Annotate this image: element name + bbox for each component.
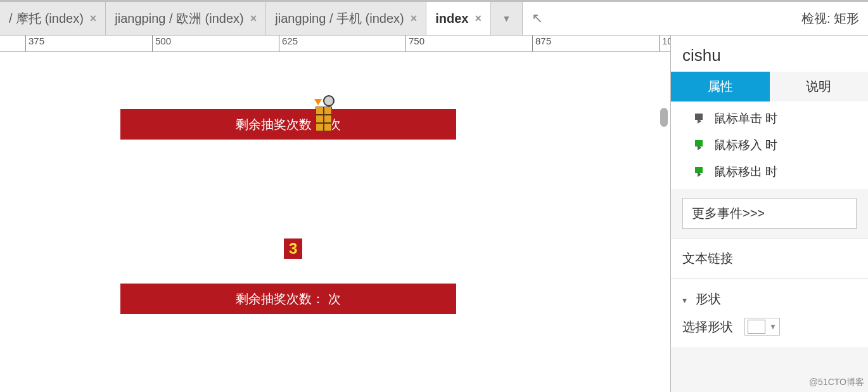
chevron-down-icon: ▼ (769, 322, 777, 331)
tab-label: jiangping / 欧洲 (index) (115, 10, 243, 27)
section-label: 文本链接 (682, 251, 733, 265)
inspect-label: 检视: 矩形 (801, 10, 859, 27)
close-icon[interactable]: × (250, 12, 257, 25)
ruler-tick: 500 (152, 36, 171, 51)
canvas-area[interactable]: 375 500 625 750 875 10 剩余抽奖次数： 次 3 (0, 36, 670, 392)
ruler-tick: 10 (659, 36, 670, 51)
close-icon[interactable]: × (411, 12, 418, 25)
panel-tabs: 属性 说明 (671, 72, 868, 101)
horizontal-ruler: 375 500 625 750 875 10 (0, 36, 670, 52)
tab-properties[interactable]: 属性 (671, 72, 770, 101)
event-mouseenter[interactable]: 鼠标移入 时 (671, 132, 868, 159)
tab-dropdown-button[interactable]: ▼ (491, 2, 523, 35)
cursor-icon (695, 114, 708, 124)
more-events-button[interactable]: 更多事件>>> (682, 198, 857, 229)
event-label: 鼠标移入 时 (714, 137, 777, 154)
event-mouseleave[interactable]: 鼠标移出 时 (671, 159, 868, 185)
ruler-tick: 625 (279, 36, 298, 51)
scrollbar-thumb[interactable] (660, 108, 668, 127)
tabs-bar: / 摩托 (index) × jiangping / 欧洲 (index) × … (0, 2, 868, 36)
shape-dropdown[interactable]: ▼ (744, 318, 780, 336)
right-toolbar: ↖ 检视: 矩形 (523, 2, 868, 35)
shape-section[interactable]: ▾ 形状 选择形状 ▼ (671, 278, 868, 347)
cursor-in-icon (695, 140, 708, 150)
event-click[interactable]: 鼠标单击 时 (671, 105, 868, 132)
shape-selector-row: 选择形状 ▼ (682, 318, 857, 336)
events-list: 鼠标单击 时 鼠标移入 时 鼠标移出 时 (671, 101, 868, 189)
ruler-tick: 375 (25, 36, 44, 51)
tab-moto[interactable]: / 摩托 (index) × (0, 2, 106, 35)
event-label: 鼠标移出 时 (714, 164, 777, 180)
tab-label: / 摩托 (index) (9, 10, 84, 27)
canvas[interactable]: 剩余抽奖次数： 次 3 剩余抽奖次数： 次 (0, 52, 670, 392)
tab-index[interactable]: index × (426, 2, 491, 35)
lottery-count-bar-1[interactable]: 剩余抽奖次数： 次 (120, 109, 456, 140)
shape-swatch-icon (748, 320, 765, 334)
chevron-down-icon: ▼ (502, 13, 511, 23)
text-link-section[interactable]: 文本链接 (671, 238, 868, 278)
close-icon[interactable]: × (475, 12, 482, 25)
watermark: @51CTO博客 (809, 377, 864, 388)
inspector-panel: cishu 属性 说明 鼠标单击 时 鼠标移入 时 鼠标移出 时 更多事件>>>… (670, 36, 868, 392)
stack-icon (316, 107, 332, 131)
chevron-down-icon: ▾ (682, 295, 687, 305)
number-value: 3 (289, 240, 297, 257)
tab-phone[interactable]: jiangping / 手机 (index) × (266, 2, 426, 35)
cursor-out-icon (695, 167, 708, 177)
tab-notes[interactable]: 说明 (770, 72, 869, 101)
ruler-tick: 875 (532, 36, 551, 51)
circle-icon (323, 95, 335, 107)
triangle-icon (314, 99, 322, 105)
select-shape-label: 选择形状 (682, 318, 733, 336)
tab-label: index (435, 11, 468, 26)
widget-name[interactable]: cishu (671, 36, 868, 72)
ruler-tick: 750 (405, 36, 424, 51)
close-icon[interactable]: × (90, 12, 97, 25)
cishu-widget[interactable]: 3 (284, 238, 302, 259)
arrow-upleft-icon[interactable]: ↖ (532, 10, 543, 27)
lottery-count-bar-2[interactable]: 剩余抽奖次数： 次 (120, 284, 456, 314)
workspace: 375 500 625 750 875 10 剩余抽奖次数： 次 3 (0, 36, 868, 392)
tab-europe[interactable]: jiangping / 欧洲 (index) × (106, 2, 266, 35)
event-label: 鼠标单击 时 (714, 110, 777, 127)
bar-text: 剩余抽奖次数： 次 (236, 291, 341, 308)
section-label: 形状 (696, 292, 721, 306)
tab-label: jiangping / 手机 (index) (275, 10, 404, 27)
